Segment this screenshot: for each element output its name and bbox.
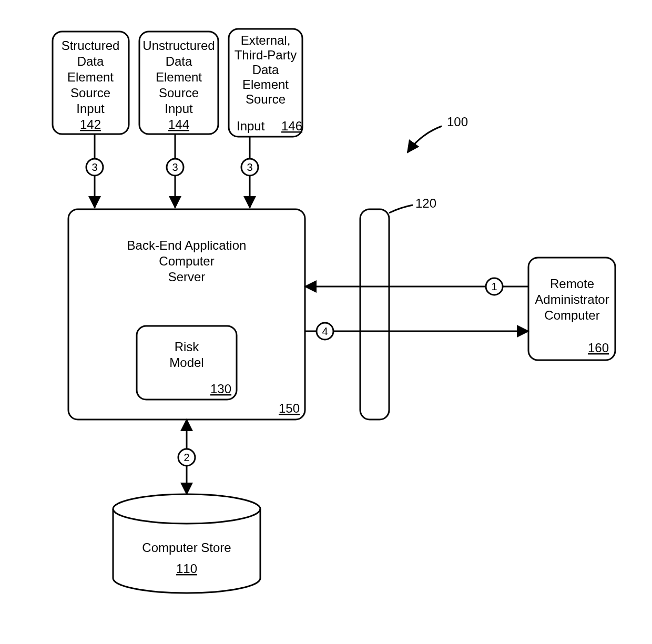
arrow-external-to-server: 3 — [241, 137, 258, 208]
server-ref: 150 — [279, 401, 300, 415]
arrow-server-to-remote: 4 — [305, 323, 528, 340]
risk-ref: 130 — [210, 382, 231, 396]
unstructured-l4: Source — [159, 86, 199, 100]
box-remote-admin: Remote Administrator Computer 160 — [528, 258, 615, 360]
remote-l3: Computer — [544, 308, 599, 322]
flowlabel-store: 2 — [184, 452, 189, 463]
store-l1: Computer Store — [142, 540, 231, 555]
box-unstructured-input: Unstructured Data Element Source Input 1… — [139, 32, 218, 134]
leader-100: 100 — [407, 115, 468, 152]
arrow-remote-to-server: 1 — [305, 278, 528, 295]
diagram-ref-100: 100 — [447, 115, 468, 129]
firewall-ref: 120 — [415, 196, 436, 210]
structured-l5: Input — [76, 101, 105, 116]
risk-l1: Risk — [175, 340, 200, 354]
arrow-unstructured-to-server: 3 — [167, 134, 184, 208]
structured-l1: Structured — [62, 38, 120, 53]
external-l5: Source — [246, 92, 286, 106]
svg-point-19 — [113, 494, 260, 524]
arrow-server-store: 2 — [178, 420, 195, 494]
box-structured-input: Structured Data Element Source Input 142 — [53, 32, 129, 134]
server-l3: Server — [168, 270, 206, 284]
server-l1: Back-End Application — [127, 238, 247, 252]
flowlabel-to-remote: 4 — [322, 325, 328, 337]
remote-l2: Administrator — [535, 292, 609, 306]
external-l3: Data — [252, 63, 279, 77]
server-l2: Computer — [159, 254, 214, 268]
structured-l3: Element — [67, 70, 114, 84]
unstructured-ref: 144 — [168, 117, 189, 131]
external-l2: Third-Party — [235, 48, 297, 62]
cylinder-computer-store: Computer Store 110 — [113, 494, 260, 593]
flowlabel-structured: 3 — [91, 161, 97, 173]
firewall-bar: 120 — [360, 196, 436, 420]
arrow-structured-to-server: 3 — [86, 134, 103, 208]
unstructured-l1: Unstructured — [142, 38, 215, 53]
risk-l2: Model — [169, 355, 203, 370]
remote-l1: Remote — [550, 277, 594, 291]
unstructured-l5: Input — [165, 101, 193, 116]
external-l6: Input — [237, 119, 265, 133]
external-l4: Element — [242, 77, 289, 91]
flowlabel-from-remote: 1 — [491, 281, 497, 292]
svg-rect-11 — [360, 209, 389, 420]
store-ref: 110 — [176, 561, 197, 576]
external-l1: External, — [241, 33, 291, 47]
remote-ref: 160 — [588, 341, 609, 355]
unstructured-l2: Data — [166, 54, 192, 68]
box-external-input: External, Third-Party Data Element Sourc… — [229, 29, 302, 137]
box-backend-server: Back-End Application Computer Server 150… — [68, 209, 305, 420]
external-ref: 146 — [281, 119, 302, 133]
structured-l2: Data — [77, 54, 104, 68]
flowlabel-unstructured: 3 — [172, 161, 178, 173]
unstructured-l3: Element — [156, 70, 202, 84]
structured-ref: 142 — [80, 117, 101, 131]
flowlabel-external: 3 — [247, 161, 252, 173]
box-risk-model: Risk Model 130 — [137, 326, 237, 400]
structured-l4: Source — [70, 86, 110, 100]
